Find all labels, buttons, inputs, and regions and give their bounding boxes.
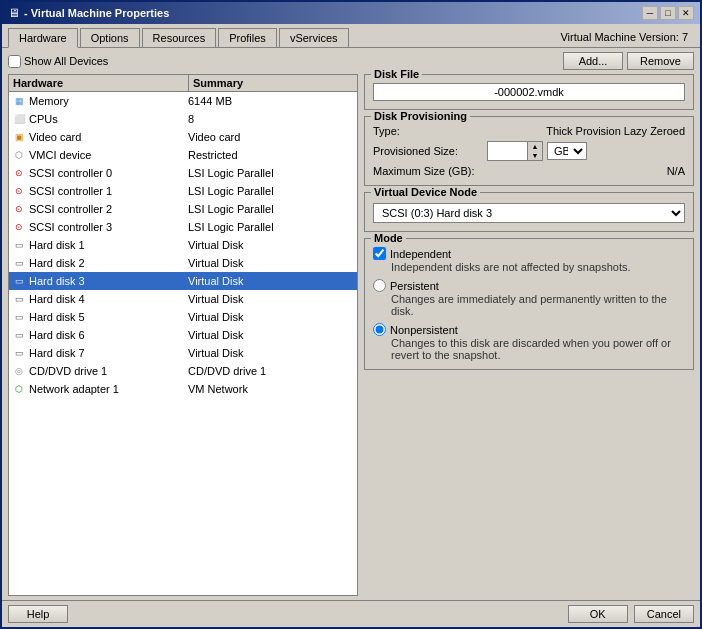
minimize-button[interactable]: ─ [642,6,658,20]
item-name: Hard disk 6 [29,329,184,341]
scsi-icon: ⊙ [11,220,27,234]
title-bar-controls: ─ □ ✕ [642,6,694,20]
list-item[interactable]: ▭ Hard disk 3 Virtual Disk [9,272,357,290]
scsi-icon: ⊙ [11,202,27,216]
item-summary: 8 [184,113,355,125]
list-item[interactable]: ▭ Hard disk 6 Virtual Disk [9,326,357,344]
show-all-checkbox[interactable] [8,55,21,68]
list-item[interactable]: ⬡ VMCI device Restricted [9,146,357,164]
list-item[interactable]: ▭ Hard disk 4 Virtual Disk [9,290,357,308]
list-body: ▦ Memory 6144 MB ⬜ CPUs 8 ▣ Video card V… [9,92,357,595]
disk-provisioning-group: Disk Provisioning Type: Thick Provision … [364,116,694,186]
remove-button[interactable]: Remove [627,52,694,70]
maximize-button[interactable]: □ [660,6,676,20]
hardware-list: Hardware Summary ▦ Memory 6144 MB ⬜ CPUs… [8,74,358,596]
item-name: Video card [29,131,184,143]
persistent-row: Persistent [373,279,685,292]
item-name: Hard disk 7 [29,347,184,359]
list-item[interactable]: ⊙ SCSI controller 0 LSI Logic Parallel [9,164,357,182]
tab-options[interactable]: Options [80,28,140,47]
window-title: - Virtual Machine Properties [24,7,169,19]
disk-icon: ▭ [11,274,27,288]
item-summary: LSI Logic Parallel [184,203,355,215]
cancel-button[interactable]: Cancel [634,605,694,623]
item-summary: Virtual Disk [184,329,355,341]
item-name: Hard disk 4 [29,293,184,305]
list-header: Hardware Summary [9,75,357,92]
hardware-header: Hardware [9,75,189,91]
bottom-bar: Help OK Cancel [2,600,700,627]
independent-label: Independent [390,248,451,260]
virtual-device-node-group: Virtual Device Node SCSI (0:3) Hard disk… [364,192,694,232]
disk-provisioning-label: Disk Provisioning [371,110,470,122]
item-name: VMCI device [29,149,184,161]
max-size-value: N/A [483,165,685,177]
main-content: Show All Devices Add... Remove Hardware … [2,48,700,600]
disk-icon: ▭ [11,328,27,342]
disk-icon: ▭ [11,292,27,306]
item-name: Hard disk 2 [29,257,184,269]
vmci-icon: ⬡ [11,148,27,162]
item-summary: Virtual Disk [184,293,355,305]
item-name: Network adapter 1 [29,383,184,395]
show-all-label[interactable]: Show All Devices [8,55,559,68]
close-button[interactable]: ✕ [678,6,694,20]
item-summary: Virtual Disk [184,239,355,251]
independent-checkbox[interactable] [373,247,386,260]
nonpersistent-desc: Changes to this disk are discarded when … [391,337,685,361]
disk-icon: ▭ [11,310,27,324]
item-summary: Video card [184,131,355,143]
nonpersistent-label: Nonpersistent [390,324,458,336]
tab-resources[interactable]: Resources [142,28,217,47]
network-icon: ⬡ [11,382,27,396]
add-button[interactable]: Add... [563,52,623,70]
scsi-icon: ⊙ [11,184,27,198]
item-name: CD/DVD drive 1 [29,365,184,377]
persistent-radio[interactable] [373,279,386,292]
list-item[interactable]: ◎ CD/DVD drive 1 CD/DVD drive 1 [9,362,357,380]
provisioned-size-row: Provisioned Size: 20 ▲ ▼ GB MB [373,141,685,161]
provisioned-size-input[interactable]: 20 [487,141,527,161]
disk-icon: ▭ [11,346,27,360]
item-summary: LSI Logic Parallel [184,167,355,179]
ok-button[interactable]: OK [568,605,628,623]
disk-file-group: Disk File -000002.vmdk [364,74,694,110]
item-summary: VM Network [184,383,355,395]
list-item[interactable]: ⊙ SCSI controller 1 LSI Logic Parallel [9,182,357,200]
list-item[interactable]: ⊙ SCSI controller 3 LSI Logic Parallel [9,218,357,236]
list-item[interactable]: ⬡ Network adapter 1 VM Network [9,380,357,398]
list-item[interactable]: ▭ Hard disk 5 Virtual Disk [9,308,357,326]
tab-hardware[interactable]: Hardware [8,28,78,48]
persistent-desc: Changes are immediately and permanently … [391,293,685,317]
tab-profiles[interactable]: Profiles [218,28,277,47]
title-bar: 🖥 - Virtual Machine Properties ─ □ ✕ [2,2,700,24]
list-item[interactable]: ▣ Video card Video card [9,128,357,146]
item-name: SCSI controller 1 [29,185,184,197]
size-unit-select[interactable]: GB MB [547,142,587,160]
nonpersistent-radio[interactable] [373,323,386,336]
help-button[interactable]: Help [8,605,68,623]
memory-icon: ▦ [11,94,27,108]
spinner-down[interactable]: ▼ [528,151,542,160]
list-item[interactable]: ⬜ CPUs 8 [9,110,357,128]
video-icon: ▣ [11,130,27,144]
item-name: SCSI controller 2 [29,203,184,215]
list-item[interactable]: ▭ Hard disk 7 Virtual Disk [9,344,357,362]
item-name: SCSI controller 0 [29,167,184,179]
tab-vservices[interactable]: vServices [279,28,349,47]
item-name: Hard disk 3 [29,275,184,287]
list-item[interactable]: ⊙ SCSI controller 2 LSI Logic Parallel [9,200,357,218]
list-item[interactable]: ▭ Hard disk 1 Virtual Disk [9,236,357,254]
spinner-up[interactable]: ▲ [528,142,542,151]
item-name: Hard disk 1 [29,239,184,251]
cpu-icon: ⬜ [11,112,27,126]
cddvd-icon: ◎ [11,364,27,378]
list-item[interactable]: ▦ Memory 6144 MB [9,92,357,110]
persistent-label: Persistent [390,280,439,292]
type-label: Type: [373,125,483,137]
provisioned-size-label: Provisioned Size: [373,145,483,157]
vdn-select[interactable]: SCSI (0:3) Hard disk 3 [373,203,685,223]
summary-header: Summary [189,75,357,91]
disk-file-value: -000002.vmdk [373,83,685,101]
list-item[interactable]: ▭ Hard disk 2 Virtual Disk [9,254,357,272]
